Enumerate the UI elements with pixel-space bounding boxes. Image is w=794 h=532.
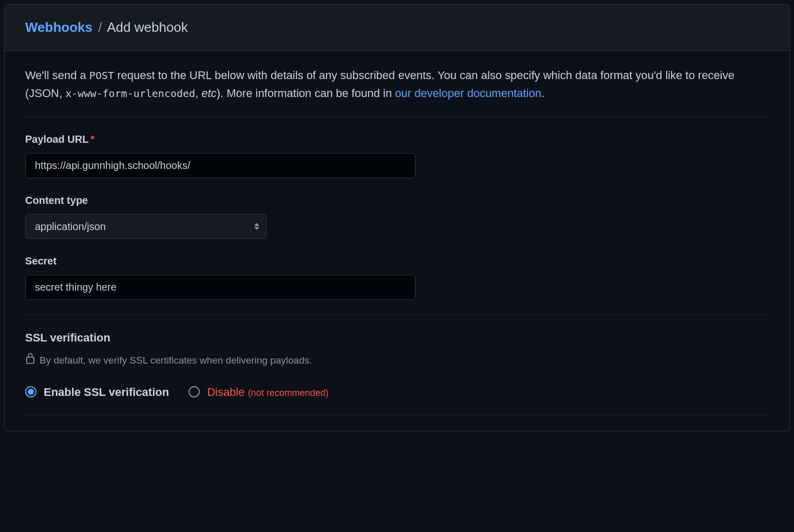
description-fragment: We'll send a	[25, 69, 89, 82]
disable-note: (not recommended)	[248, 388, 329, 398]
divider	[25, 117, 769, 117]
description-fragment: ,	[195, 87, 201, 100]
developer-docs-link[interactable]: our developer documentation	[395, 87, 541, 100]
page-header: Webhooks / Add webhook	[5, 5, 789, 51]
code-contenttype: x-www-form-urlencoded	[65, 87, 195, 100]
ssl-enable-label: Enable SSL verification	[44, 384, 169, 401]
ssl-enable-radio[interactable]: Enable SSL verification	[25, 384, 169, 401]
label-text: Payload URL	[25, 134, 88, 145]
breadcrumb-separator: /	[98, 20, 102, 35]
description-text: We'll send a POST request to the URL bel…	[25, 66, 769, 102]
ssl-disable-label: Disable (not recommended)	[207, 384, 329, 401]
svg-rect-0	[27, 357, 34, 364]
content-type-select[interactable]: application/json	[25, 214, 267, 239]
lock-icon	[25, 352, 35, 369]
code-post: POST	[89, 69, 114, 82]
ssl-note-text: By default, we verify SSL certificates w…	[40, 353, 312, 368]
secret-label: Secret	[25, 253, 769, 269]
description-fragment: ). More information can be found in	[217, 87, 395, 100]
payload-url-input[interactable]	[25, 153, 415, 178]
breadcrumb-current: Add webhook	[107, 20, 188, 35]
divider	[25, 314, 769, 315]
disable-text: Disable	[207, 386, 244, 398]
radio-icon	[188, 386, 200, 397]
ssl-disable-radio[interactable]: Disable (not recommended)	[188, 384, 329, 401]
secret-input[interactable]	[25, 275, 415, 300]
breadcrumb-parent-link[interactable]: Webhooks	[25, 20, 92, 35]
divider	[25, 415, 769, 415]
required-star: *	[90, 134, 94, 145]
content-type-label: Content type	[25, 193, 769, 208]
payload-url-label: Payload URL*	[25, 131, 769, 147]
description-em: etc	[201, 87, 216, 100]
breadcrumb: Webhooks / Add webhook	[25, 17, 769, 37]
description-fragment: .	[541, 87, 544, 100]
ssl-verification-heading: SSL verification	[25, 329, 769, 346]
radio-icon	[25, 386, 36, 397]
